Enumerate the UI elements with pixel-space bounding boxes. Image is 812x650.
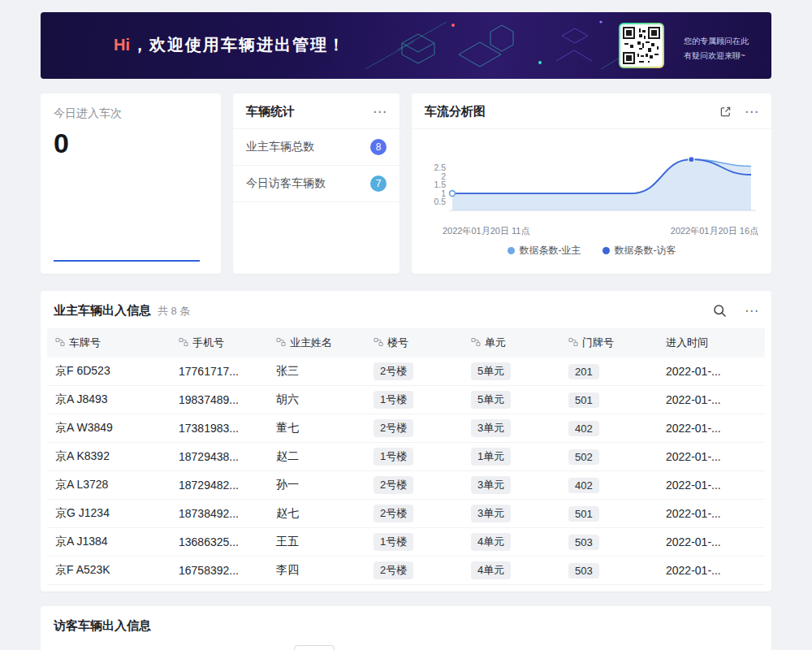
table-cell-filler <box>755 528 765 557</box>
column-header[interactable]: 单元 <box>463 328 560 358</box>
stat-label: 今日访客车辆数 <box>246 176 326 191</box>
table-cell-filler <box>755 557 765 585</box>
table-cell-filler <box>755 500 765 528</box>
table-cell: 503 <box>560 528 658 557</box>
qr-code-icon <box>623 27 660 64</box>
more-menu-icon[interactable]: ⋯ <box>745 105 758 119</box>
table-cell: 胡六 <box>268 386 365 414</box>
table-row[interactable]: 京A J138413686325...王五1号楼4单元5032022-01-..… <box>47 528 765 557</box>
cell-tag: 4单元 <box>471 533 511 551</box>
table-cell-filler <box>755 358 765 386</box>
table-cell: 京A L3728 <box>47 471 171 500</box>
table-row[interactable]: 京G J123418738492...赵七2号楼3单元5012022-01-..… <box>47 500 765 528</box>
table-cell-filler <box>755 414 765 443</box>
legend-item[interactable]: 数据条数-访客 <box>603 244 676 258</box>
cell-tag: 502 <box>568 449 599 465</box>
visitor-table-title: 访客车辆出入信息 <box>54 618 758 634</box>
table-cell: 京G J1234 <box>47 500 171 528</box>
banner-greeting-text: ，欢迎使用车辆进出管理！ <box>132 36 346 54</box>
column-label: 业主姓名 <box>290 336 332 349</box>
table-cell: 李四 <box>268 557 365 585</box>
sparkline <box>54 260 200 262</box>
search-icon[interactable] <box>713 304 727 318</box>
today-entries-value: 0 <box>54 128 208 159</box>
y-tick-label: 1.5 <box>434 180 446 189</box>
more-menu-icon[interactable]: ⋯ <box>373 105 387 119</box>
table-cell: 1单元 <box>463 443 560 471</box>
cell-tag: 4单元 <box>471 561 511 579</box>
table-cell: 3单元 <box>463 414 560 443</box>
table-cell: 18729482... <box>171 471 268 500</box>
y-tick-label: 1 <box>441 188 446 198</box>
table-cell: 京F A523K <box>47 557 171 585</box>
banner-note-line1: 您的专属顾问在此 <box>684 34 749 49</box>
qr-code-frame <box>620 24 663 67</box>
table-cell: 京A J8493 <box>47 386 171 414</box>
stat-label: 业主车辆总数 <box>246 140 314 154</box>
stat-row: 今日访客车辆数7 <box>233 166 400 202</box>
field-icon <box>471 337 481 347</box>
table-cell: 4单元 <box>463 557 560 585</box>
table-cell: 1号楼 <box>365 443 463 471</box>
more-menu-icon[interactable]: ⋯ <box>745 304 758 318</box>
table-cell: 2号楼 <box>365 557 463 585</box>
stat-row: 业主车辆总数8 <box>233 129 400 166</box>
cell-tag: 2号楼 <box>374 505 413 522</box>
table-cell: 502 <box>560 443 658 471</box>
table-cell: 3单元 <box>463 471 560 500</box>
column-header[interactable]: 进入时间 <box>658 328 755 358</box>
x-axis-label: 2022年01月20日 16点 <box>671 225 758 237</box>
table-row[interactable]: 京F 6D52317761717...张三2号楼5单元2012022-01-..… <box>47 358 765 386</box>
cell-tag: 1单元 <box>471 448 511 466</box>
column-header[interactable]: 业主姓名 <box>268 328 365 358</box>
column-header-filler <box>755 328 765 358</box>
table-cell: 2号楼 <box>365 471 463 500</box>
cell-tag: 402 <box>568 421 599 436</box>
owner-table-title: 业主车辆出入信息 <box>54 303 151 318</box>
table-cell: 2022-01-... <box>658 557 755 585</box>
table-cell: 2022-01-... <box>658 414 755 443</box>
table-cell: 402 <box>560 471 658 500</box>
table-cell: 王五 <box>268 528 365 557</box>
table-cell: 201 <box>560 358 658 386</box>
column-header[interactable]: 手机号 <box>171 328 268 358</box>
cell-tag: 503 <box>568 535 599 550</box>
field-icon <box>179 337 188 347</box>
legend-label: 数据条数-业主 <box>520 244 581 258</box>
cell-tag: 501 <box>568 506 599 522</box>
cell-tag: 201 <box>568 364 599 379</box>
open-in-new-icon[interactable] <box>719 106 732 118</box>
qr-code <box>619 23 664 68</box>
traffic-chart-card: 车流分析图 ⋯ 0.511.522.5 2022年01月20日 11点2022年… <box>412 93 771 274</box>
y-tick-label: 0.5 <box>434 197 446 206</box>
legend-item[interactable]: 数据条数-业主 <box>508 244 581 258</box>
table-cell: 16758392... <box>171 557 268 585</box>
visitor-table-card: 访客车辆出入信息 载居 <box>41 606 771 650</box>
table-cell: 2号楼 <box>365 414 463 443</box>
table-cell: 402 <box>560 414 658 443</box>
banner-note: 您的专属顾问在此 有疑问欢迎来聊~ <box>684 34 749 63</box>
table-row[interactable]: 京F A523K16758392...李四2号楼4单元5032022-01-..… <box>47 557 765 585</box>
partial-clipped-element[interactable]: 载居 <box>294 645 335 650</box>
table-row[interactable]: 京A J849319837489...胡六1号楼5单元5012022-01-..… <box>47 386 765 414</box>
legend-label: 数据条数-访客 <box>615 244 676 258</box>
table-row[interactable]: 京A K839218729438...赵二1号楼1单元5022022-01-..… <box>47 443 765 471</box>
table-cell: 京A W3849 <box>47 414 171 443</box>
column-label: 门牌号 <box>582 336 614 349</box>
table-cell: 17381983... <box>171 414 268 443</box>
table-cell: 赵二 <box>268 443 365 471</box>
cell-tag: 2号楼 <box>374 362 413 380</box>
y-tick-label: 2.5 <box>434 162 446 172</box>
column-header[interactable]: 车牌号 <box>47 328 171 358</box>
table-cell: 京F 6D523 <box>47 358 171 386</box>
table-row[interactable]: 京A L372818729482...孙一2号楼3单元4022022-01-..… <box>47 471 765 500</box>
owner-table-body: 京F 6D52317761717...张三2号楼5单元2012022-01-..… <box>47 358 765 585</box>
column-header[interactable]: 楼号 <box>365 328 463 358</box>
vehicle-stats-header: 车辆统计 ⋯ <box>233 93 400 129</box>
cell-tag: 5单元 <box>471 362 511 380</box>
cell-tag: 2号楼 <box>374 561 413 579</box>
today-entries-title: 今日进入车次 <box>54 106 208 121</box>
table-row[interactable]: 京A W384917381983...董七2号楼3单元4022022-01-..… <box>47 414 765 443</box>
cell-tag: 2号楼 <box>374 419 413 437</box>
column-header[interactable]: 门牌号 <box>560 328 658 358</box>
